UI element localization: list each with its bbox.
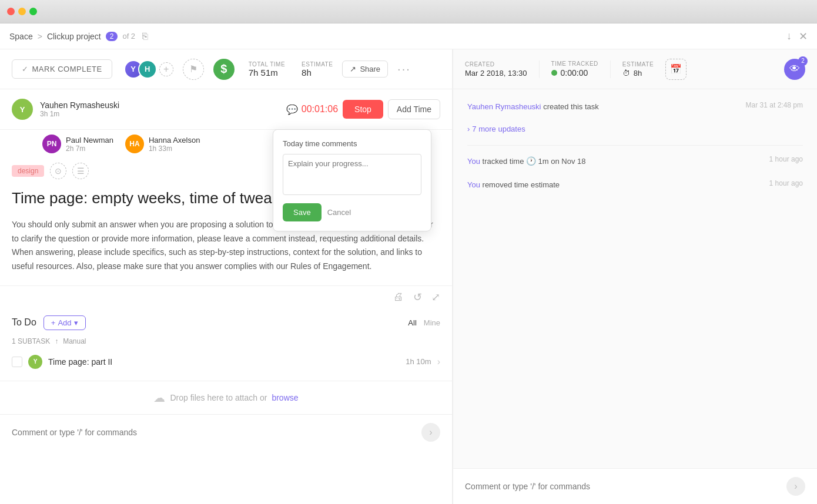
filter-all[interactable]: All bbox=[408, 318, 416, 327]
design-tag[interactable]: design bbox=[12, 165, 44, 177]
left-content: Y Yauhen Rymasheuski 3h 1m 💬 00:01:06 St… bbox=[0, 89, 452, 504]
list-icon[interactable]: ☰ bbox=[72, 163, 89, 179]
subtask-chevron-icon[interactable]: › bbox=[437, 357, 440, 367]
estimate-value: 8h bbox=[302, 68, 333, 78]
download-icon[interactable]: ↓ bbox=[786, 30, 792, 43]
breadcrumb-project[interactable]: Clickup project bbox=[47, 32, 101, 41]
cancel-button[interactable]: Cancel bbox=[327, 208, 351, 217]
calendar-button[interactable]: 📅 bbox=[665, 59, 687, 80]
share-icon: ↗ bbox=[350, 65, 356, 73]
breadcrumb-separator: > bbox=[38, 32, 42, 41]
comment-icon: 💬 bbox=[286, 104, 298, 115]
rt-estimate-label: ESTIMATE bbox=[622, 61, 654, 68]
close-icon[interactable]: ✕ bbox=[799, 30, 808, 43]
comment-input-row: › bbox=[0, 414, 452, 450]
assignee-paul-info: Paul Newman 2h 7m bbox=[66, 136, 113, 153]
avatar-group: Y H + bbox=[124, 60, 173, 79]
expand-icon[interactable]: ⤢ bbox=[431, 291, 440, 304]
right-content: Yauhen Rymasheuski created this task Mar… bbox=[453, 89, 817, 468]
activity-divider bbox=[467, 145, 803, 146]
chevron-down-icon: ▾ bbox=[74, 318, 78, 327]
breadcrumb-of: of 2 bbox=[122, 32, 135, 41]
save-button[interactable]: Save bbox=[283, 203, 322, 221]
share-button[interactable]: ↗ Share bbox=[342, 61, 388, 78]
more-options-button[interactable]: ··· bbox=[397, 62, 411, 76]
created-label: CREATED bbox=[465, 61, 527, 68]
drop-zone: ☁ Drop files here to attach or browse bbox=[0, 381, 452, 414]
breadcrumb-right-actions: ↓ ✕ bbox=[786, 30, 808, 43]
right-panel: CREATED Mar 2 2018, 13:30 TIME TRACKED 0… bbox=[453, 49, 817, 504]
add-tag-icon[interactable]: ⊙ bbox=[50, 163, 66, 179]
todo-header: To Do + Add ▾ All Mine bbox=[12, 315, 440, 330]
content-area: Y Yauhen Rymasheuski 3h 1m 💬 00:01:06 St… bbox=[0, 89, 452, 504]
total-time-value: 7h 51m bbox=[249, 68, 285, 78]
right-comment-input[interactable] bbox=[465, 482, 781, 491]
activity-removed-action: removed time estimate bbox=[483, 180, 560, 189]
toolbar-divider bbox=[539, 61, 540, 78]
assignee-hanna-time: 1h 33m bbox=[149, 145, 200, 153]
subtask-avatar: Y bbox=[28, 355, 42, 369]
send-button[interactable]: › bbox=[421, 423, 440, 442]
print-icon[interactable]: 🖨 bbox=[393, 291, 404, 304]
assignee-paul-name: Paul Newman bbox=[66, 136, 113, 145]
popup-actions: Save Cancel bbox=[283, 203, 421, 221]
right-toolbar: CREATED Mar 2 2018, 13:30 TIME TRACKED 0… bbox=[453, 49, 817, 89]
close-button[interactable] bbox=[7, 8, 15, 15]
maximize-button[interactable] bbox=[29, 8, 37, 15]
total-time-info: TOTAL TIME 7h 51m bbox=[249, 61, 285, 78]
add-subtask-button[interactable]: + Add ▾ bbox=[43, 315, 86, 330]
add-assignee-button[interactable]: + bbox=[159, 62, 173, 76]
clock-icon: 🕐 bbox=[526, 156, 536, 166]
stop-button[interactable]: Stop bbox=[343, 100, 383, 119]
activity-tracked-text: You tracked time 🕐 1m on Nov 18 bbox=[467, 155, 586, 167]
time-tracked-value-row: 0:00:00 bbox=[551, 68, 598, 78]
subtask-row: Y Time page: part II 1h 10m › bbox=[12, 350, 440, 374]
billing-icon[interactable]: $ bbox=[213, 59, 235, 80]
history-icon[interactable]: ↺ bbox=[413, 291, 422, 304]
activity-user-you: You bbox=[467, 157, 480, 166]
expand-updates-button[interactable]: › 7 more updates bbox=[467, 125, 525, 133]
time-comment-textarea[interactable] bbox=[283, 154, 421, 195]
created-info: CREATED Mar 2 2018, 13:30 bbox=[465, 61, 527, 78]
comment-input[interactable] bbox=[12, 428, 416, 437]
assignee-paul: PN Paul Newman 2h 7m bbox=[42, 135, 113, 153]
todo-section: To Do + Add ▾ All Mine 1 SUBTASK bbox=[0, 308, 452, 381]
toolbar: ✓ MARK COMPLETE Y H + ⚑ $ TOTAL TIME 7h … bbox=[0, 49, 452, 89]
add-icon: + bbox=[51, 318, 56, 327]
filter-mine[interactable]: Mine bbox=[424, 318, 440, 327]
avatar-second[interactable]: H bbox=[138, 60, 157, 79]
subtask-checkbox[interactable] bbox=[12, 357, 22, 367]
right-send-button[interactable]: › bbox=[786, 477, 805, 496]
play-dot bbox=[551, 70, 557, 76]
watchers-button[interactable]: 👁 2 bbox=[784, 59, 805, 80]
breadcrumb-space[interactable]: Space bbox=[9, 32, 33, 41]
assignee-hanna-info: Hanna Axelson 1h 33m bbox=[149, 136, 200, 153]
assignee-paul-time: 2h 7m bbox=[66, 145, 113, 153]
subtask-name[interactable]: Time page: part II bbox=[48, 357, 400, 367]
popup-title: Today time comments bbox=[283, 139, 421, 148]
user-name: Yauhen Rymasheuski bbox=[40, 100, 279, 110]
subtask-header: 1 SUBTASK ↑ Manual bbox=[12, 337, 440, 345]
timer-controls: 💬 00:01:06 Stop Add Time bbox=[286, 99, 440, 119]
check-icon: ✓ bbox=[22, 65, 29, 73]
browse-link[interactable]: browse bbox=[272, 393, 298, 402]
rt-estimate-info: ESTIMATE ⏱ 8h bbox=[622, 61, 654, 78]
estimate-info: ESTIMATE 8h bbox=[302, 61, 333, 78]
drop-text: Drop files here to attach or bbox=[170, 393, 267, 402]
mark-complete-button[interactable]: ✓ MARK COMPLETE bbox=[12, 59, 112, 79]
copy-icon[interactable]: ⎘ bbox=[142, 31, 148, 42]
time-comment-popup: Today time comments Save Cancel bbox=[273, 129, 431, 231]
flag-button[interactable]: ⚑ bbox=[183, 59, 204, 80]
more-updates-text: 7 more updates bbox=[472, 125, 525, 133]
minimize-button[interactable] bbox=[18, 8, 26, 15]
activity-created-action: created this task bbox=[543, 102, 599, 111]
toolbar-divider-2 bbox=[610, 61, 611, 78]
activity-user-you-2: You bbox=[467, 180, 480, 189]
add-time-button[interactable]: Add Time bbox=[388, 99, 440, 119]
subtask-time: 1h 10m bbox=[406, 357, 431, 366]
user-tracked-time: 3h 1m bbox=[40, 110, 279, 118]
timer-icon: ⏱ bbox=[622, 69, 630, 78]
assignee-hanna-name: Hanna Axelson bbox=[149, 136, 200, 145]
time-tracked-info: TIME TRACKED 0:00:00 bbox=[551, 61, 598, 78]
share-label: Share bbox=[360, 65, 380, 73]
